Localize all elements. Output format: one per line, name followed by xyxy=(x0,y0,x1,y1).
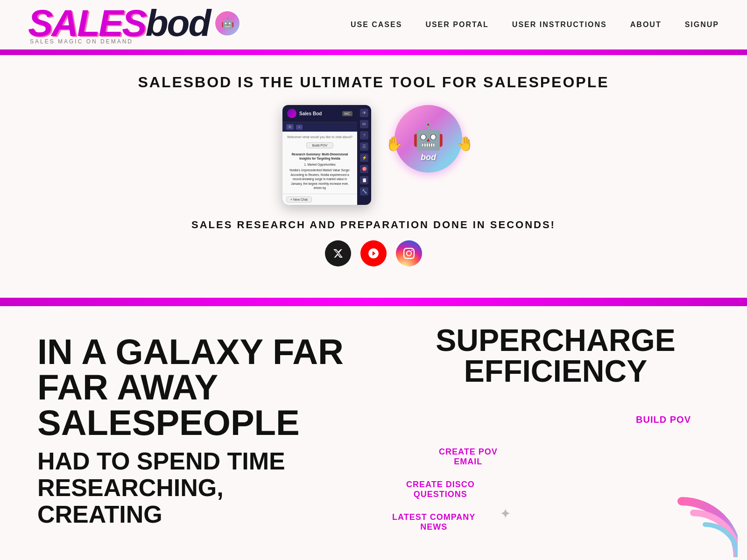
galaxy-line4: HAD TO SPEND TIME xyxy=(37,448,345,475)
logo[interactable]: SALESbod xyxy=(28,5,210,42)
hero-subtitle: SALES RESEARCH AND PREPARATION DONE IN S… xyxy=(9,219,738,231)
chat-logo-icon xyxy=(287,109,296,118)
bottom-right: SUPERCHARGE EFFICIENCY BUILD POV CREATE … xyxy=(374,306,747,560)
sidebar-icon-5: 🔧 xyxy=(360,187,368,196)
galaxy-line5: RESEARCHING, CREATING xyxy=(37,475,345,528)
feature-build-pov: BUILD POV xyxy=(636,414,691,425)
chat-toolbar-btn1: ⊞ xyxy=(286,124,294,130)
hero-section: SALESBOD IS THE ULTIMATE TOOL FOR SALESP… xyxy=(0,55,747,298)
nav-user-portal[interactable]: USER PORTAL xyxy=(425,21,488,29)
x-twitter-button[interactable] xyxy=(325,240,351,266)
chat-footer: + New Chat xyxy=(282,194,357,205)
galaxy-sub-text: HAD TO SPEND TIME RESEARCHING, CREATING xyxy=(37,448,345,528)
robot-illustration: 🤖 bod 🤚 🤚 xyxy=(381,105,465,175)
research-bullet: Nvidia's Unprecedented Market Value Surg… xyxy=(287,168,352,190)
supercharge-line2: EFFICIENCY xyxy=(392,356,719,386)
main-nav: USE CASES USER PORTAL USER INSTRUCTIONS … xyxy=(351,21,719,29)
nav-use-cases[interactable]: USE CASES xyxy=(351,21,402,29)
logo-area: SALESbod 🤖 SALES MAGIC ON DEMAND xyxy=(28,5,240,45)
header: SALESbod 🤖 SALES MAGIC ON DEMAND USE CAS… xyxy=(0,0,747,49)
star-decoration: ✦ xyxy=(500,505,511,522)
chat-research-text: Research Summary: Multi-Dimensional Insi… xyxy=(287,152,352,190)
chat-toolbar: ⊞ + xyxy=(282,122,357,132)
galaxy-line3: SALESPEOPLE xyxy=(37,405,345,441)
top-magenta-bar xyxy=(0,49,747,55)
hero-content: Sales Bod MC ⊞ + Welcome! what would you… xyxy=(9,105,738,205)
feature-latest-news: LATEST COMPANYNEWS xyxy=(392,512,475,532)
nav-signup[interactable]: SIGNUP xyxy=(685,21,719,29)
robot-bod-label: bod xyxy=(421,153,436,162)
feature-create-pov: CREATE POVEMAIL xyxy=(439,447,498,467)
logo-icon: 🤖 xyxy=(214,10,240,36)
bottom-magenta-bar xyxy=(0,298,747,306)
new-chat-btn[interactable]: + New Chat xyxy=(286,196,312,203)
bottom-section: IN A GALAXY FAR FAR AWAY SALESPEOPLE HAD… xyxy=(0,306,747,560)
robot-hand-right: 🤚 xyxy=(457,135,474,152)
page-wrapper: SALESbod 🤖 SALES MAGIC ON DEMAND USE CAS… xyxy=(0,0,747,560)
social-icons-row xyxy=(9,240,738,266)
build-pov-button[interactable]: Build POV xyxy=(306,142,333,148)
chat-main: Sales Bod MC ⊞ + Welcome! what would you… xyxy=(282,105,357,205)
chat-body: Welcome! what would you like to chat abo… xyxy=(282,132,357,194)
research-point: 1. Market Opportunities xyxy=(287,162,352,167)
rainbow-arc xyxy=(644,473,738,559)
bottom-left: IN A GALAXY FAR FAR AWAY SALESPEOPLE HAD… xyxy=(0,306,374,560)
sidebar-icon-eye: 👁 xyxy=(360,109,368,117)
supercharge-line1: SUPERCHARGE xyxy=(392,325,719,356)
nav-about[interactable]: ABOUT xyxy=(630,21,662,29)
galaxy-line2: FAR AWAY xyxy=(37,370,345,405)
chat-mockup: Sales Bod MC ⊞ + Welcome! what would you… xyxy=(282,105,371,205)
sidebar-icon-help: ? xyxy=(360,131,368,140)
sidebar-icon-4: 📋 xyxy=(360,176,368,184)
sidebar-icon-1: ☰ xyxy=(360,142,368,151)
feature-bubbles: BUILD POV CREATE POVEMAIL CREATE DISCOQU… xyxy=(392,414,719,545)
chat-toolbar-btn2: + xyxy=(296,125,303,130)
chat-title: Sales Bod xyxy=(299,111,322,116)
chat-welcome: Welcome! what would you like to chat abo… xyxy=(287,135,352,139)
feature-create-disco: CREATE DISCOQUESTIONS xyxy=(406,480,475,499)
robot-circle-wrapper: 🤖 bod 🤚 🤚 xyxy=(395,105,465,175)
hero-title: SALESBOD IS THE ULTIMATE TOOL FOR SALESP… xyxy=(9,74,738,91)
chat-sidebar: 👁 ✉ ? ☰ ⚡ 🎯 📋 🔧 xyxy=(357,105,371,205)
sidebar-icon-mail: ✉ xyxy=(360,120,368,128)
research-title: Research Summary: Multi-Dimensional Insi… xyxy=(287,152,352,161)
galaxy-line1: IN A GALAXY FAR xyxy=(37,334,345,370)
robot-circle: 🤖 bod xyxy=(395,105,462,173)
sidebar-icon-3: 🎯 xyxy=(360,165,368,173)
robot-hand-left: 🤚 xyxy=(385,135,402,152)
sidebar-icon-2: ⚡ xyxy=(360,154,368,162)
youtube-button[interactable] xyxy=(360,240,387,266)
nav-user-instructions[interactable]: USER INSTRUCTIONS xyxy=(512,21,607,29)
supercharge-title: SUPERCHARGE EFFICIENCY xyxy=(392,325,719,386)
chat-badge: MC xyxy=(342,111,352,116)
logo-subtitle: SALES MAGIC ON DEMAND xyxy=(30,38,133,45)
galaxy-text-block: IN A GALAXY FAR FAR AWAY SALESPEOPLE xyxy=(37,334,345,441)
chat-header: Sales Bod MC xyxy=(282,105,357,122)
instagram-button[interactable] xyxy=(396,240,422,266)
robot-emoji: 🤖 xyxy=(412,121,444,152)
